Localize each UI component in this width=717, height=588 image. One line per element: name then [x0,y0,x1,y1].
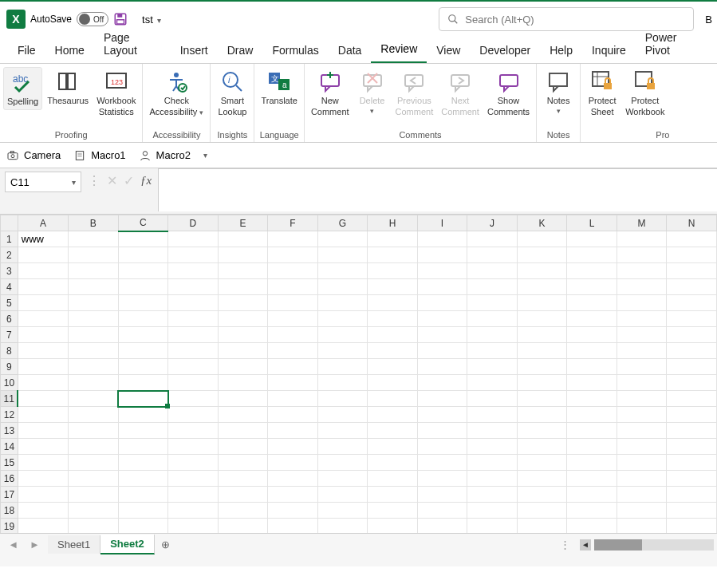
tab-review[interactable]: Review [371,37,427,63]
column-header-J[interactable]: J [467,215,518,231]
column-header-H[interactable]: H [368,215,418,231]
cell-A3[interactable] [18,263,68,279]
show-comments-button[interactable]: ShowComments [484,67,533,120]
row-header-11[interactable]: 11 [1,391,18,407]
cell-C1[interactable] [118,231,168,247]
cell-A8[interactable] [18,343,68,359]
cell-I3[interactable] [417,263,467,279]
cell-L18[interactable] [567,503,617,519]
cell-E19[interactable] [218,519,268,534]
cell-N19[interactable] [667,519,717,534]
macro2-button[interactable]: Macro2 [139,149,191,162]
cell-K15[interactable] [517,455,567,471]
cell-M10[interactable] [617,375,667,391]
cell-G2[interactable] [317,247,368,263]
cell-M8[interactable] [617,343,667,359]
cell-M14[interactable] [617,439,667,455]
column-header-I[interactable]: I [417,215,467,231]
cell-J16[interactable] [467,471,518,487]
cell-N11[interactable] [667,391,717,407]
sheet-tab-sheet2[interactable]: Sheet2 [100,535,155,554]
cell-H8[interactable] [368,343,418,359]
cell-H16[interactable] [368,471,418,487]
cell-N10[interactable] [667,375,717,391]
column-header-L[interactable]: L [567,215,617,231]
cell-I13[interactable] [417,423,467,439]
cell-B17[interactable] [69,487,119,503]
cell-C3[interactable] [118,263,168,279]
cell-J1[interactable] [467,231,518,247]
cell-C9[interactable] [118,359,168,375]
row-header-2[interactable]: 2 [1,247,18,263]
macro1-button[interactable]: Macro1 [73,149,125,162]
cell-G18[interactable] [317,503,368,519]
cell-D19[interactable] [168,519,219,534]
cell-H19[interactable] [368,519,418,534]
name-box[interactable]: C11▾ [5,172,81,192]
scrollbar-options-icon[interactable]: ⋮ [554,539,577,551]
cell-F1[interactable] [268,231,318,247]
cell-B13[interactable] [69,423,119,439]
add-sheet-button[interactable]: ⊕ [155,539,177,551]
cell-C12[interactable] [118,407,168,423]
column-header-M[interactable]: M [617,215,667,231]
cell-N15[interactable] [667,455,717,471]
cell-L5[interactable] [567,295,617,311]
cell-B14[interactable] [69,439,119,455]
spreadsheet-grid[interactable]: ABCDEFGHIJKLMN1www2345678910111213141516… [0,215,717,533]
cell-K8[interactable] [517,343,567,359]
cell-B18[interactable] [69,503,119,519]
save-icon[interactable] [113,12,128,26]
cell-M6[interactable] [617,311,667,327]
cell-H17[interactable] [368,487,418,503]
cell-M11[interactable] [617,391,667,407]
qat-overflow-button[interactable]: ▾ [203,151,207,160]
cell-C7[interactable] [118,327,168,343]
cell-G6[interactable] [317,311,368,327]
cell-A16[interactable] [18,471,68,487]
cell-D1[interactable] [168,231,219,247]
cell-J5[interactable] [467,295,518,311]
horizontal-scrollbar[interactable]: ⋮ ◄ [554,539,717,551]
cell-N13[interactable] [667,423,717,439]
spelling-button[interactable]: abc Spelling [3,67,42,110]
workbook-statistics-button[interactable]: 123 WorkbookStatistics [93,67,139,120]
column-header-F[interactable]: F [268,215,318,231]
cell-C17[interactable] [118,487,168,503]
cell-L7[interactable] [567,327,617,343]
scroll-left-button[interactable]: ◄ [580,539,591,551]
cell-K3[interactable] [517,263,567,279]
cell-A7[interactable] [18,327,68,343]
cell-M15[interactable] [617,455,667,471]
cell-N16[interactable] [667,471,717,487]
smart-lookup-button[interactable]: i SmartLookup [214,67,250,120]
cell-C11[interactable] [118,391,168,407]
cell-I16[interactable] [417,471,467,487]
cell-G19[interactable] [317,519,368,534]
select-all-corner[interactable] [1,215,18,231]
tab-developer[interactable]: Developer [470,39,540,63]
cell-K4[interactable] [517,279,567,295]
cell-E8[interactable] [218,343,268,359]
tab-data[interactable]: Data [329,39,372,63]
cell-N18[interactable] [667,503,717,519]
cell-H5[interactable] [368,295,418,311]
row-header-8[interactable]: 8 [1,343,18,359]
cell-N14[interactable] [667,439,717,455]
tab-view[interactable]: View [427,39,470,63]
protect-workbook-button[interactable]: ProtectWorkbook [622,67,668,120]
cell-B15[interactable] [69,455,119,471]
cell-F18[interactable] [268,503,318,519]
cell-A6[interactable] [18,311,68,327]
cell-F17[interactable] [268,487,318,503]
cell-N9[interactable] [667,359,717,375]
row-header-17[interactable]: 17 [1,487,18,503]
cell-B6[interactable] [69,311,119,327]
cell-L3[interactable] [567,263,617,279]
cell-D13[interactable] [168,423,219,439]
row-header-7[interactable]: 7 [1,327,18,343]
cell-E11[interactable] [218,391,268,407]
cell-N3[interactable] [667,263,717,279]
cell-F2[interactable] [268,247,318,263]
cell-I11[interactable] [417,391,467,407]
